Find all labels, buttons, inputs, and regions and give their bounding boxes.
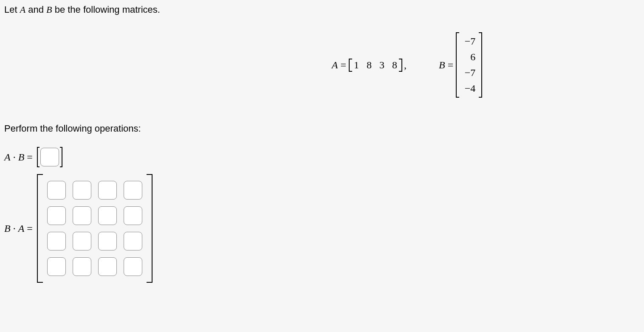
matrix-b-cell: −7	[463, 67, 475, 79]
right-bracket	[479, 32, 482, 98]
ab-var-b: B	[18, 152, 25, 163]
ba-result-input[interactable]	[47, 232, 66, 250]
matrix-a-cell: 1	[354, 59, 359, 71]
ba-lhs: B · A =	[4, 223, 33, 234]
ba-result-input[interactable]	[124, 181, 142, 200]
ba-result-input[interactable]	[124, 232, 142, 250]
matrix-b-cell: 6	[463, 51, 475, 63]
matrix-definitions: A = 1 8 3 8 , B = −7 6 −7 −4	[4, 32, 640, 98]
matrix-b-cell: −4	[463, 83, 475, 94]
matrix-a-row: 1 8 3 8	[352, 59, 399, 72]
ba-var-a: A	[18, 223, 25, 234]
right-bracket	[399, 59, 402, 72]
ab-result-input[interactable]	[40, 148, 59, 166]
ba-result-input[interactable]	[47, 181, 66, 200]
intro-var-b: B	[46, 4, 52, 15]
matrix-b-label: B	[439, 59, 445, 71]
ba-result-input[interactable]	[98, 232, 117, 250]
right-bracket	[147, 174, 153, 283]
matrix-b-brackets: −7 6 −7 −4	[456, 32, 482, 98]
ba-result-input[interactable]	[98, 181, 117, 200]
ab-result-bracket	[37, 147, 62, 167]
left-bracket	[456, 32, 459, 98]
perform-instruction: Perform the following operations:	[4, 123, 640, 134]
ba-result-input[interactable]	[98, 206, 117, 225]
ba-result-input[interactable]	[73, 232, 91, 250]
ba-result-input[interactable]	[73, 206, 91, 225]
intro-suffix: be the following matrices.	[52, 4, 160, 15]
intro-mid: and	[25, 4, 46, 15]
ba-result-input[interactable]	[124, 257, 142, 276]
matrix-a-label: A	[332, 59, 338, 71]
dot-operator: ·	[11, 223, 18, 234]
ba-row: B · A =	[4, 174, 640, 283]
intro-text: Let A and B be the following matrices.	[4, 4, 640, 15]
left-bracket	[37, 147, 40, 167]
matrix-b-col: −7 6 −7 −4	[459, 32, 479, 98]
ba-result-input[interactable]	[98, 257, 117, 276]
dot-operator: ·	[11, 152, 18, 163]
matrix-a-definition: A = 1 8 3 8 ,	[332, 59, 407, 72]
ba-result-input[interactable]	[47, 206, 66, 225]
ba-result-grid	[43, 174, 147, 283]
ab-lhs: A · B =	[4, 152, 33, 163]
matrix-a-brackets: 1 8 3 8	[349, 59, 402, 72]
right-bracket	[60, 147, 62, 167]
ba-result-input[interactable]	[73, 181, 91, 200]
ab-row: A · B =	[4, 147, 640, 167]
matrix-a-cell: 8	[392, 59, 397, 71]
ab-var-a: A	[4, 152, 11, 163]
comma: ,	[404, 59, 407, 71]
ba-result-input[interactable]	[73, 257, 91, 276]
left-bracket	[37, 174, 43, 283]
matrix-b-cell: −7	[463, 36, 475, 47]
ba-result-input[interactable]	[124, 206, 142, 225]
intro-prefix: Let	[4, 4, 20, 15]
ba-result-input[interactable]	[47, 257, 66, 276]
intro-var-a: A	[20, 4, 25, 15]
equals-sign: =	[24, 152, 33, 163]
left-bracket	[349, 59, 352, 72]
equals-sign: =	[340, 59, 346, 71]
ba-result-matrix	[37, 174, 153, 283]
matrix-a-cell: 8	[367, 59, 372, 71]
matrix-b-definition: B = −7 6 −7 −4	[439, 32, 482, 98]
equals-sign: =	[448, 59, 454, 71]
ba-var-b: B	[4, 223, 11, 234]
equals-sign: =	[24, 223, 33, 234]
matrix-a-cell: 3	[379, 59, 384, 71]
